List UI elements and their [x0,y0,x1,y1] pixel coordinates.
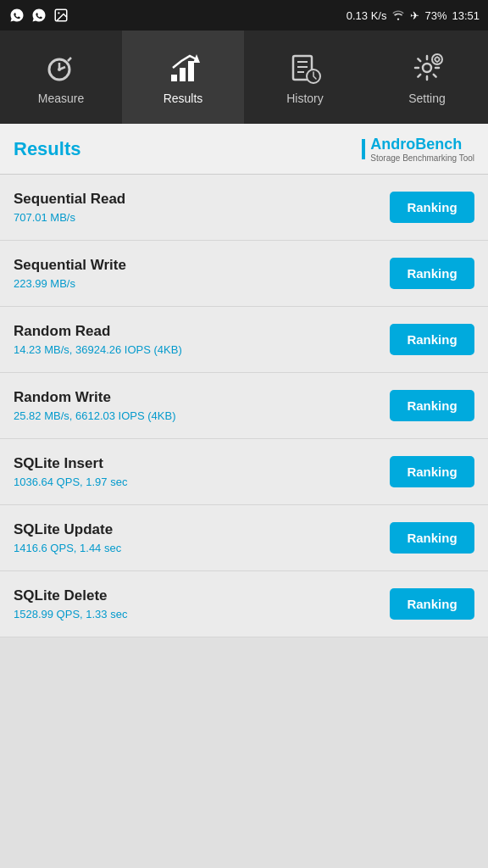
result-item: SQLite Update 1416.6 QPS, 1.44 sec Ranki… [0,505,488,571]
result-info: SQLite Insert 1036.64 QPS, 1.97 sec [14,455,127,488]
setting-icon [408,49,446,86]
history-icon [286,49,324,86]
brand-logo: AndroBench Storage Benchmarking Tool [362,136,474,163]
status-bar: 0.13 K/s ✈ 73% 13:51 [0,0,488,31]
whatsapp2-icon [30,7,47,24]
svg-line-6 [68,58,71,61]
result-info: Random Read 14.23 MB/s, 36924.26 IOPS (4… [14,323,182,356]
svg-rect-8 [180,68,186,81]
result-name: SQLite Delete [14,587,127,604]
result-info: Sequential Write 223.99 MB/s [14,257,126,290]
image-icon [53,7,69,24]
nav-tabs: Measure Results History [0,31,488,124]
result-value: 1416.6 QPS, 1.44 sec [14,542,121,554]
svg-rect-9 [188,61,194,81]
whatsapp-icon [8,7,25,24]
result-value: 25.82 MB/s, 6612.03 IOPS (4KB) [14,409,176,422]
result-info: SQLite Update 1416.6 QPS, 1.44 sec [14,521,121,554]
results-list: Sequential Read 707.01 MB/s Ranking Sequ… [0,175,488,637]
time-display: 13:51 [452,9,480,22]
result-name: Random Write [14,389,176,406]
ranking-button[interactable]: Ranking [390,390,474,421]
svg-rect-7 [171,75,177,81]
result-name: SQLite Insert [14,455,127,472]
result-item: Sequential Write 223.99 MB/s Ranking [0,241,488,307]
network-speed: 0.13 K/s [347,9,387,22]
brand-name-part2: Bench [415,136,462,153]
svg-point-1 [58,12,59,14]
tab-results-label: Results [164,92,203,105]
svg-point-16 [423,64,431,72]
tab-setting-label: Setting [408,92,446,105]
result-info: SQLite Delete 1528.99 QPS, 1.33 sec [14,587,127,620]
svg-point-5 [58,68,61,71]
result-item: SQLite Insert 1036.64 QPS, 1.97 sec Rank… [0,439,488,505]
ranking-button[interactable]: Ranking [390,192,474,223]
ranking-button[interactable]: Ranking [390,258,474,289]
measure-icon [42,49,80,86]
tab-history-label: History [286,92,324,105]
result-name: Sequential Write [14,257,126,274]
result-value: 223.99 MB/s [14,277,126,290]
result-item: Random Write 25.82 MB/s, 6612.03 IOPS (4… [0,373,488,439]
brand-bar [362,139,365,159]
result-value: 1036.64 QPS, 1.97 sec [14,476,127,488]
brand-tagline: Storage Benchmarking Tool [370,153,474,163]
ranking-button[interactable]: Ranking [390,324,474,355]
result-info: Random Write 25.82 MB/s, 6612.03 IOPS (4… [14,389,176,422]
page-title: Results [14,138,80,160]
tab-results[interactable]: Results [122,31,244,124]
result-info: Sequential Read 707.01 MB/s [14,191,125,224]
battery-level: 73% [424,9,446,22]
ranking-button[interactable]: Ranking [390,522,474,554]
result-item: Sequential Read 707.01 MB/s Ranking [0,175,488,241]
result-value: 707.01 MB/s [14,211,125,224]
ranking-button[interactable]: Ranking [390,588,474,620]
result-name: Random Read [14,323,182,340]
tab-measure-label: Measure [38,92,84,105]
brand-name: AndroBench [370,136,474,153]
result-name: Sequential Read [14,191,125,208]
tab-history[interactable]: History [244,31,366,124]
tab-measure[interactable]: Measure [0,31,122,124]
result-item: Random Read 14.23 MB/s, 36924.26 IOPS (4… [0,307,488,373]
result-value: 1528.99 QPS, 1.33 sec [14,608,127,620]
ranking-button[interactable]: Ranking [390,456,474,487]
result-item: SQLite Delete 1528.99 QPS, 1.33 sec Rank… [0,571,488,637]
status-right: 0.13 K/s ✈ 73% 13:51 [347,9,480,22]
status-left [8,7,69,24]
result-value: 14.23 MB/s, 36924.26 IOPS (4KB) [14,343,182,356]
page-header: Results AndroBench Storage Benchmarking … [0,124,488,175]
tab-setting[interactable]: Setting [366,31,488,124]
result-name: SQLite Update [14,521,121,538]
brand-name-part1: Andro [370,136,415,153]
results-icon [164,49,202,86]
wifi-icon [391,9,405,21]
airplane-icon: ✈ [410,9,419,22]
